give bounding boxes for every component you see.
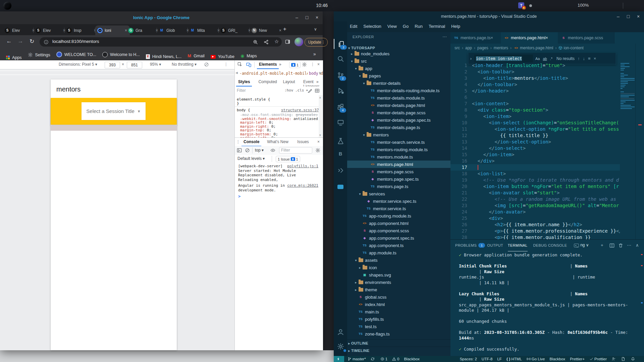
device-height-input[interactable]: 851 bbox=[127, 62, 142, 68]
file-zone-flags-ts[interactable]: TSzone-flags.ts bbox=[347, 330, 457, 338]
browser-tab-ioni[interactable]: ●Ioni× bbox=[95, 25, 130, 35]
file-app-component-html[interactable]: <>app.component.html bbox=[347, 220, 461, 227]
arrow-up-icon[interactable]: ↑ bbox=[578, 56, 580, 61]
activity-files[interactable]: 2 bbox=[334, 39, 348, 49]
media-query-bar[interactable] bbox=[0, 70, 234, 71]
tab-computed[interactable]: Computed bbox=[256, 78, 279, 86]
folder-node-modules[interactable]: ▸node_modules bbox=[347, 50, 453, 57]
arrow-down-icon[interactable]: ↓ bbox=[583, 56, 585, 61]
bookmark-settings[interactable]: Settings bbox=[28, 49, 50, 61]
console-kebab-icon[interactable]: ⋮ bbox=[236, 139, 240, 144]
folder-mentor-details[interactable]: ▾mentor-details bbox=[347, 79, 465, 87]
console-prompt[interactable]: > bbox=[235, 193, 323, 200]
panel-tab-problems[interactable]: PROBLEMS1 bbox=[455, 240, 485, 251]
menu-selection[interactable]: Selection bbox=[360, 21, 384, 31]
find-expand-chevron-icon[interactable]: › bbox=[470, 56, 472, 61]
avatar[interactable] bbox=[294, 38, 303, 46]
status-eol[interactable]: LF bbox=[497, 357, 501, 361]
grid-panel-icon[interactable] bbox=[315, 88, 320, 93]
toggle-hov[interactable]: :hov bbox=[284, 88, 293, 93]
crumb-body[interactable]: body bbox=[308, 71, 320, 76]
chevron-up-icon[interactable]: ∧ bbox=[636, 243, 639, 248]
file-global-scss[interactable]: Sglobal.scss bbox=[347, 293, 457, 301]
new-tab-button[interactable]: + bbox=[283, 26, 286, 33]
battery-percent[interactable]: 100% bbox=[578, 3, 589, 8]
find-toggle-Aa[interactable]: Aa bbox=[535, 56, 540, 61]
find-in-selection-icon[interactable]: ≡ bbox=[588, 56, 591, 61]
tab-styles[interactable]: Styles bbox=[236, 78, 252, 86]
status-go-live[interactable]: Go Live bbox=[527, 357, 545, 361]
file-test-ts[interactable]: TStest.ts bbox=[347, 323, 457, 330]
close-button[interactable]: × bbox=[314, 15, 320, 20]
toggle-cls[interactable]: .cls bbox=[295, 88, 304, 93]
activity-search[interactable] bbox=[334, 54, 347, 64]
console-context-select[interactable]: top ▾ bbox=[255, 148, 264, 153]
browser-tab-new[interactable]: NNew× bbox=[250, 25, 284, 35]
file-shapes-svg[interactable]: ▣shapes.svg bbox=[347, 271, 461, 279]
minimap[interactable] bbox=[620, 53, 635, 174]
bookmarks-overflow-icon[interactable]: » bbox=[313, 51, 316, 57]
tab-elements[interactable]: Elements bbox=[257, 60, 279, 69]
eye-icon[interactable] bbox=[270, 148, 275, 153]
tab-close-icon[interactable]: × bbox=[546, 36, 548, 40]
status-person[interactable] bbox=[611, 357, 616, 361]
tab-close-icon[interactable]: × bbox=[491, 36, 493, 40]
overview-ruler[interactable] bbox=[635, 44, 644, 239]
console-filter-input[interactable]: Filter bbox=[279, 147, 312, 154]
status-prettier-plus[interactable]: Prettier+ bbox=[570, 357, 585, 361]
plus-icon[interactable]: + bbox=[601, 243, 603, 248]
devtools-more-icon[interactable]: ⋮ bbox=[311, 62, 315, 67]
activity-git[interactable]: 2 bbox=[334, 70, 347, 80]
code-area[interactable]: 1<ion-header [translucent]="true">2 <ion… bbox=[450, 62, 620, 239]
bookmark-welcome-to-h-[interactable]: Welcome to H... bbox=[102, 49, 140, 61]
file-mentor-service-ts[interactable]: TSmentor.service.ts bbox=[347, 205, 465, 212]
folder-pages[interactable]: ▾pages bbox=[347, 72, 461, 79]
explorer-more-icon[interactable]: ⋯ bbox=[442, 34, 447, 39]
file-app-component-ts[interactable]: TSapp.component.ts bbox=[347, 242, 461, 249]
folder-theme[interactable]: ▸theme bbox=[347, 286, 457, 293]
breadcrumb-item[interactable]: src bbox=[454, 46, 460, 50]
tab-search-chevron-icon[interactable]: ∨ bbox=[314, 27, 317, 32]
status-page[interactable] bbox=[621, 357, 626, 361]
folder-assets[interactable]: ▾assets bbox=[347, 256, 457, 264]
folder-src[interactable]: ▾src bbox=[347, 57, 453, 65]
activity-extensions[interactable]: 4 bbox=[334, 102, 347, 112]
close-button[interactable]: × bbox=[635, 14, 641, 19]
issues-counter[interactable]: ▮1 bbox=[289, 62, 301, 68]
styles-scrollbar[interactable]: ▲▼ bbox=[319, 95, 323, 137]
status-prettier[interactable]: Prettier bbox=[589, 357, 607, 361]
chrome-title-bar[interactable]: Ionic App - Google Chrome – □ × bbox=[0, 11, 323, 24]
maximize-button[interactable]: □ bbox=[304, 15, 310, 20]
zoom-plus-icon[interactable] bbox=[253, 40, 258, 45]
remote-indicator[interactable] bbox=[334, 356, 344, 362]
more-tabs-icon[interactable]: » bbox=[279, 62, 281, 67]
brush-icon[interactable] bbox=[307, 88, 312, 93]
activity-beaker[interactable] bbox=[334, 136, 347, 146]
folder-environments[interactable]: ▸environments bbox=[347, 279, 457, 286]
find-toggle-ab[interactable]: ab bbox=[542, 56, 547, 61]
status-warnings[interactable]: 0 bbox=[392, 357, 399, 361]
styles-more-icon[interactable]: » bbox=[316, 79, 319, 84]
breadcrumb-item[interactable]: ion-content bbox=[564, 46, 583, 50]
chevron-down-icon[interactable]: ∨ bbox=[585, 243, 589, 247]
console-dock-icon[interactable] bbox=[237, 148, 242, 153]
back-button[interactable]: ← bbox=[5, 38, 13, 45]
menu-go[interactable]: Go bbox=[400, 21, 412, 31]
device-throttling-select[interactable]: No throttling ▾ bbox=[172, 62, 197, 67]
breadcrumb-item[interactable]: app bbox=[465, 46, 472, 50]
folder-app[interactable]: ▾app bbox=[347, 65, 457, 72]
activity-remote[interactable] bbox=[334, 117, 347, 127]
crumb-left-icon[interactable]: ◀ bbox=[235, 71, 238, 74]
more-icon[interactable]: ⋯ bbox=[627, 243, 631, 248]
default-levels-select[interactable]: Default levels ▾ bbox=[237, 156, 265, 161]
vscode-title-bar[interactable]: mentors.page.html - tutorsApp - Visual S… bbox=[334, 11, 644, 21]
device-width-input[interactable]: 393 bbox=[105, 62, 120, 68]
status-blackbox[interactable]: Blackbox bbox=[404, 357, 420, 361]
forward-button[interactable]: → bbox=[16, 38, 25, 45]
minimize-button[interactable]: – bbox=[294, 15, 300, 20]
status-indentation[interactable]: Spaces: 2 bbox=[460, 357, 477, 361]
file-mentor-service-spec-ts[interactable]: ◆mentor.service.spec.ts bbox=[347, 197, 465, 205]
terminal-shell-select[interactable]: >_ng ∨ bbox=[574, 243, 589, 247]
find-input[interactable]: ion-item ion-select bbox=[474, 55, 533, 62]
inspect-icon[interactable] bbox=[237, 62, 243, 67]
